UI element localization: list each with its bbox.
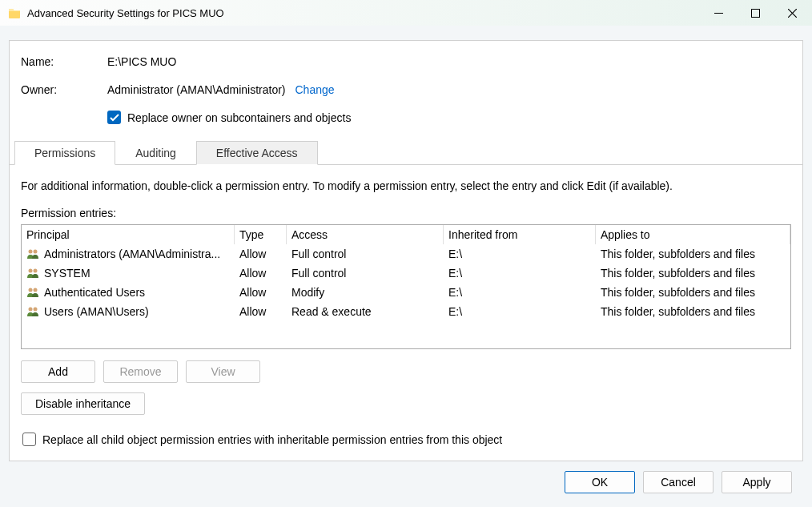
owner-value: Administrator (AMAN\Administrator)	[107, 83, 286, 96]
svg-point-6	[29, 288, 33, 292]
action-buttons: Add Remove View	[21, 360, 791, 383]
tab-content: For additional information, double-click…	[10, 165, 802, 446]
svg-point-8	[29, 308, 33, 312]
table-row[interactable]: Users (AMAN\Users)AllowRead & executeE:\…	[22, 302, 790, 321]
entries-label: Permission entries:	[21, 207, 791, 219]
cell-applies: This folder, subfolders and files	[596, 265, 790, 281]
cell-applies: This folder, subfolders and files	[596, 304, 790, 320]
group-icon	[26, 248, 41, 260]
svg-point-9	[34, 308, 38, 312]
cell-principal: Users (AMAN\Users)	[22, 304, 235, 320]
minimize-icon	[714, 13, 723, 14]
owner-label: Owner:	[21, 82, 107, 96]
svg-point-5	[34, 269, 38, 273]
replace-child-row: Replace all child object permission entr…	[21, 433, 791, 446]
permission-entries-table: Principal Type Access Inherited from App…	[21, 224, 791, 349]
cell-access: Read & execute	[287, 304, 444, 320]
cell-access: Full control	[287, 246, 444, 262]
header-inherited[interactable]: Inherited from	[444, 225, 596, 244]
table-row[interactable]: Authenticated UsersAllowModifyE:\This fo…	[22, 283, 790, 302]
replace-child-checkbox[interactable]	[22, 433, 36, 446]
table-body: Administrators (AMAN\Administra...AllowF…	[22, 244, 790, 348]
group-icon	[26, 306, 41, 317]
instruction-text: For additional information, double-click…	[21, 179, 791, 192]
svg-rect-1	[751, 9, 759, 17]
close-button[interactable]	[774, 0, 810, 26]
cell-principal: Administrators (AMAN\Administra...	[22, 246, 235, 262]
cell-type: Allow	[235, 304, 287, 320]
cell-type: Allow	[235, 265, 287, 281]
content-area: Name: E:\PICS MUO Owner: Administrator (…	[0, 26, 812, 503]
replace-owner-checkbox[interactable]	[107, 111, 121, 124]
titlebar: Advanced Security Settings for PICS MUO	[0, 0, 812, 26]
cell-applies: This folder, subfolders and files	[596, 246, 790, 262]
window-controls	[700, 0, 810, 26]
tab-effective-access[interactable]: Effective Access	[196, 141, 318, 165]
cell-inherited: E:\	[444, 246, 596, 262]
replace-owner-row: Replace owner on subcontainers and objec…	[10, 111, 802, 140]
cell-inherited: E:\	[444, 284, 596, 300]
header-applies[interactable]: Applies to	[596, 225, 790, 244]
apply-button[interactable]: Apply	[722, 471, 792, 493]
replace-owner-label: Replace owner on subcontainers and objec…	[127, 111, 351, 124]
table-row[interactable]: Administrators (AMAN\Administra...AllowF…	[22, 244, 790, 264]
cell-principal: Authenticated Users	[22, 284, 235, 300]
cancel-button[interactable]: Cancel	[643, 471, 714, 493]
add-button[interactable]: Add	[21, 360, 95, 383]
replace-child-label: Replace all child object permission entr…	[42, 433, 502, 446]
header-type[interactable]: Type	[235, 225, 287, 244]
group-icon	[26, 287, 41, 298]
cell-access: Modify	[287, 284, 444, 300]
view-button: View	[186, 360, 260, 383]
maximize-button[interactable]	[737, 0, 774, 26]
svg-point-4	[29, 269, 33, 273]
remove-button: Remove	[103, 360, 178, 383]
cell-principal: SYSTEM	[22, 265, 235, 281]
tab-auditing[interactable]: Auditing	[115, 141, 196, 165]
svg-point-2	[29, 250, 33, 254]
maximize-icon	[751, 9, 760, 18]
header-access[interactable]: Access	[287, 225, 444, 244]
svg-point-3	[34, 250, 38, 254]
tabs: Permissions Auditing Effective Access	[10, 140, 802, 165]
table-row[interactable]: SYSTEMAllowFull controlE:\This folder, s…	[22, 264, 790, 283]
main-panel: Name: E:\PICS MUO Owner: Administrator (…	[9, 40, 803, 461]
check-icon	[110, 114, 119, 122]
change-owner-link[interactable]: Change	[295, 83, 335, 96]
close-icon	[788, 9, 797, 18]
owner-row: Owner: Administrator (AMAN\Administrator…	[10, 82, 802, 111]
ok-button[interactable]: OK	[565, 471, 635, 493]
cell-type: Allow	[235, 246, 287, 262]
footer-buttons: OK Cancel Apply	[9, 461, 803, 503]
cell-access: Full control	[287, 265, 444, 281]
cell-inherited: E:\	[444, 304, 596, 320]
folder-icon	[8, 7, 21, 18]
cell-type: Allow	[235, 284, 287, 300]
table-header: Principal Type Access Inherited from App…	[22, 225, 790, 244]
disable-inheritance-button[interactable]: Disable inheritance	[21, 392, 145, 415]
group-icon	[26, 268, 41, 279]
window-title: Advanced Security Settings for PICS MUO	[27, 7, 700, 19]
tab-permissions[interactable]: Permissions	[14, 141, 115, 165]
cell-inherited: E:\	[444, 265, 596, 281]
svg-rect-0	[714, 13, 723, 14]
name-row: Name: E:\PICS MUO	[10, 55, 802, 82]
name-value: E:\PICS MUO	[107, 55, 176, 68]
minimize-button[interactable]	[700, 0, 737, 26]
header-principal[interactable]: Principal	[22, 225, 235, 244]
cell-applies: This folder, subfolders and files	[596, 284, 790, 300]
name-label: Name:	[21, 55, 107, 68]
svg-point-7	[34, 288, 38, 292]
